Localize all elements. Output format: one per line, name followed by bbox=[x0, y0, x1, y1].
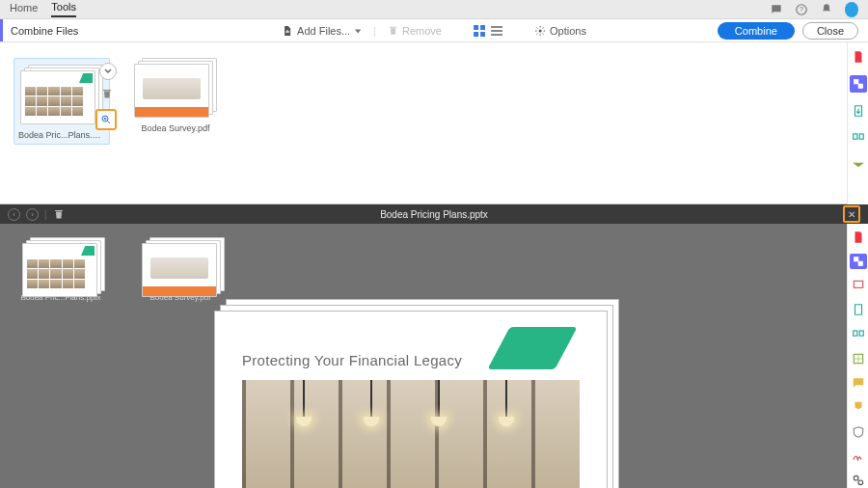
delete-preview-icon[interactable] bbox=[53, 208, 65, 220]
preview-filename: Bodea Pricing Plans.pptx bbox=[380, 209, 488, 220]
grid-view-icon[interactable] bbox=[473, 24, 486, 38]
svg-rect-5 bbox=[480, 32, 485, 37]
help-icon[interactable]: ? bbox=[795, 3, 808, 16]
view-toggle bbox=[473, 24, 503, 38]
svg-rect-2 bbox=[474, 25, 478, 30]
options-label: Options bbox=[550, 25, 586, 37]
add-files-label: Add Files... bbox=[297, 25, 350, 37]
export-pdf-icon[interactable] bbox=[850, 102, 867, 120]
slide-preview: Protecting Your Financial Legacy bbox=[214, 299, 619, 488]
expand-preview-icon[interactable] bbox=[95, 109, 117, 130]
organize-pages-icon[interactable] bbox=[850, 129, 867, 147]
file-tile[interactable]: Bodea Survey.pdf bbox=[127, 58, 224, 133]
toolbar-title: Combine Files bbox=[11, 25, 78, 37]
comment-icon[interactable] bbox=[850, 376, 867, 391]
protect-icon[interactable] bbox=[850, 424, 867, 439]
svg-rect-3 bbox=[480, 25, 485, 30]
svg-rect-11 bbox=[854, 79, 858, 84]
file-name: Bodea Survey.pdf bbox=[127, 123, 224, 133]
combine-files-icon[interactable] bbox=[850, 254, 867, 268]
list-view-icon[interactable] bbox=[490, 24, 503, 38]
delete-icon[interactable] bbox=[99, 86, 115, 101]
bell-icon[interactable] bbox=[820, 3, 833, 16]
svg-rect-16 bbox=[858, 261, 863, 266]
svg-point-22 bbox=[858, 480, 863, 485]
svg-rect-19 bbox=[859, 331, 863, 336]
close-button[interactable]: Close bbox=[802, 22, 858, 40]
mini-file-tile[interactable]: Bodea Survey.pdf bbox=[137, 237, 224, 302]
options-button[interactable]: Options bbox=[530, 23, 590, 39]
toolbar-accent bbox=[0, 19, 3, 41]
next-page-icon[interactable]: › bbox=[26, 208, 39, 221]
menu-tools[interactable]: Tools bbox=[51, 1, 76, 17]
svg-rect-14 bbox=[859, 134, 863, 139]
svg-rect-18 bbox=[853, 331, 856, 336]
svg-rect-6 bbox=[491, 26, 502, 28]
combine-toolbar: Combine Files Add Files... | Remove Opti… bbox=[0, 19, 868, 42]
svg-rect-12 bbox=[858, 84, 863, 89]
remove-button: Remove bbox=[384, 23, 446, 39]
chat-icon[interactable] bbox=[770, 3, 783, 16]
close-preview-icon[interactable]: ✕ bbox=[843, 205, 860, 223]
add-files-button[interactable]: Add Files... bbox=[278, 23, 366, 39]
remove-label: Remove bbox=[402, 25, 442, 37]
right-tool-rail-top bbox=[847, 42, 868, 204]
more-tools-icon[interactable] bbox=[850, 156, 867, 174]
svg-rect-13 bbox=[853, 134, 856, 139]
file-name: Bodea Pric...Plans.pptx bbox=[18, 130, 105, 140]
combine-files-icon[interactable] bbox=[850, 75, 867, 93]
prev-page-icon[interactable]: ‹ bbox=[8, 208, 20, 221]
svg-point-21 bbox=[854, 476, 858, 481]
user-avatar[interactable] bbox=[845, 3, 858, 16]
svg-rect-4 bbox=[474, 32, 478, 37]
collapse-icon[interactable] bbox=[99, 63, 117, 80]
file-tile[interactable]: Bodea Pric...Plans.pptx bbox=[14, 58, 110, 145]
app-menubar: Home Tools ? bbox=[0, 0, 868, 19]
svg-point-9 bbox=[538, 29, 541, 32]
menu-home[interactable]: Home bbox=[10, 2, 38, 16]
create-pdf-icon[interactable] bbox=[850, 48, 867, 66]
svg-rect-8 bbox=[491, 34, 502, 36]
preview-body: Bodea Pric...Plans.pptx Bodea Survey.pdf… bbox=[0, 224, 868, 488]
organize-pages-icon[interactable] bbox=[850, 327, 867, 341]
svg-rect-7 bbox=[491, 30, 502, 32]
edit-pdf-icon[interactable] bbox=[850, 279, 867, 293]
slide-photo bbox=[242, 380, 580, 488]
export-pdf-icon[interactable] bbox=[850, 303, 867, 317]
file-grid: Bodea Pric...Plans.pptx Bodea Survey.pdf bbox=[0, 42, 868, 204]
combine-button[interactable]: Combine bbox=[718, 22, 795, 40]
svg-text:?: ? bbox=[800, 6, 803, 13]
create-pdf-icon[interactable] bbox=[850, 230, 867, 244]
preview-header: ‹ › | Bodea Pricing Plans.pptx ✕ bbox=[0, 204, 868, 224]
svg-rect-17 bbox=[854, 281, 862, 287]
mini-file-tile[interactable]: Bodea Pric...Plans.pptx bbox=[17, 237, 104, 302]
sign-icon[interactable] bbox=[850, 448, 867, 463]
right-tool-rail-bottom bbox=[847, 224, 868, 488]
spreadsheet-icon[interactable] bbox=[850, 351, 867, 366]
more-tools-icon[interactable] bbox=[850, 474, 867, 488]
stamp-icon[interactable] bbox=[850, 400, 867, 415]
svg-rect-15 bbox=[854, 257, 858, 261]
